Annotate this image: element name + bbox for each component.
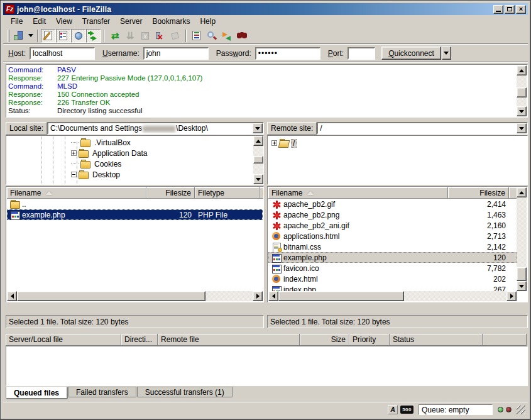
column-header-filetype[interactable]: Filetype xyxy=(195,187,260,199)
cell-filename: apache_pb2_ani.gif xyxy=(268,220,448,231)
file-row[interactable]: example.php120 xyxy=(268,252,517,263)
column-header-status[interactable]: Status xyxy=(390,334,483,346)
host-input[interactable] xyxy=(30,47,95,60)
tree-item-label[interactable]: / xyxy=(291,139,297,148)
toggle-message-log-button[interactable] xyxy=(41,29,56,43)
file-row[interactable]: apache_pb2_ani.gif2,160 xyxy=(268,220,517,231)
menu-item-edit[interactable]: Edit xyxy=(28,16,51,27)
remote-site-combo[interactable]: / xyxy=(317,122,528,135)
disconnect-button[interactable]: × xyxy=(153,29,168,43)
disconnect-icon: × xyxy=(155,30,166,41)
directory-comparison-button[interactable] xyxy=(204,29,219,43)
cell-filesize: 2,713 xyxy=(448,231,509,241)
cell-filesize: 2,414 xyxy=(448,199,509,209)
tree-item-label[interactable]: .VirtualBox xyxy=(92,138,133,147)
compare-icon xyxy=(206,30,217,41)
remote-list-hscrollbar[interactable] xyxy=(268,291,517,301)
column-header-filename[interactable]: Filename xyxy=(268,187,448,199)
column-header-size[interactable]: Size xyxy=(300,334,349,346)
close-icon: × xyxy=(519,6,523,13)
reconnect-icon xyxy=(170,30,181,41)
file-row[interactable]: apache_pb2.gif2,414 xyxy=(268,199,517,209)
log-line-text: 227 Entering Passive Mode (127,0,0,1,6,1… xyxy=(57,74,202,82)
find-files-button[interactable] xyxy=(234,29,249,43)
title-bar[interactable]: Fz john@localhost - FileZilla × xyxy=(3,3,528,15)
tab-failed-transfers[interactable]: Failed transfers xyxy=(68,387,136,397)
filter-button[interactable] xyxy=(189,29,204,43)
menu-item-file[interactable]: File xyxy=(6,16,28,27)
minimize-button[interactable] xyxy=(493,5,503,14)
tree-item-label[interactable]: Application Data xyxy=(90,149,149,158)
find-icon xyxy=(236,30,248,41)
folder-icon xyxy=(279,139,289,148)
file-row[interactable]: example.php120PHP File1 xyxy=(7,209,263,220)
column-header-filesize[interactable]: Filesize xyxy=(448,187,509,199)
cell-filename: example.php xyxy=(268,252,448,263)
column-header-spacer[interactable] xyxy=(483,334,527,346)
username-input[interactable] xyxy=(143,47,209,60)
menu-item-transfer[interactable]: Transfer xyxy=(77,16,115,27)
local-tree-scrollbar[interactable] xyxy=(253,136,263,184)
data-activity-led-green xyxy=(498,407,503,412)
tab-queued-files[interactable]: Queued files xyxy=(6,387,67,399)
filezilla-window: Fz john@localhost - FileZilla × FileEdit… xyxy=(0,0,531,420)
file-row[interactable]: .. xyxy=(7,199,263,209)
resize-grip[interactable] xyxy=(517,406,525,414)
column-header-l[interactable]: L xyxy=(260,187,264,199)
toggle-local-tree-button[interactable] xyxy=(56,29,71,43)
expand-icon[interactable] xyxy=(71,150,77,156)
file-row[interactable]: index.html202 xyxy=(268,274,517,284)
tab-successful-transfers-1-[interactable]: Successful transfers (1) xyxy=(137,387,233,397)
transfer-type-indicator-icon[interactable]: A xyxy=(388,405,398,414)
refresh-button[interactable]: ⇄ xyxy=(107,29,123,43)
local-site-dropdown[interactable] xyxy=(253,123,263,133)
port-input[interactable] xyxy=(348,47,375,60)
password-input[interactable] xyxy=(255,47,320,60)
column-header-priority[interactable]: Priority xyxy=(349,334,390,346)
file-row[interactable]: favicon.ico7,782 xyxy=(268,263,517,274)
sort-ascending-icon xyxy=(46,191,52,195)
menu-item-view[interactable]: View xyxy=(51,16,77,27)
tree-item[interactable]: Application Data xyxy=(71,148,149,158)
tree-item[interactable]: / xyxy=(271,138,297,148)
column-header-filesize[interactable]: Filesize xyxy=(146,187,195,199)
column-header-remote-file[interactable]: Remote file xyxy=(158,334,300,346)
file-row[interactable]: bitnami.css2,142 xyxy=(268,241,517,252)
cell-filetype xyxy=(195,199,260,209)
site-manager-button[interactable] xyxy=(11,29,26,43)
quickconnect-dropdown[interactable] xyxy=(442,47,451,60)
local-site-combo[interactable]: C:\Documents and Settings\Desktop\ xyxy=(47,122,264,135)
column-header-directi-[interactable]: Directi... xyxy=(121,334,158,346)
column-header-filename[interactable]: Filename xyxy=(7,187,146,199)
tree-item[interactable]: .VirtualBox xyxy=(71,137,133,148)
quickconnect-button[interactable]: Quickconnect xyxy=(381,47,441,60)
collapse-icon[interactable] xyxy=(71,172,77,177)
cell-filesize: 120 xyxy=(448,252,509,263)
tree-item-label[interactable]: Desktop xyxy=(90,170,122,179)
menu-item-help[interactable]: Help xyxy=(195,16,221,27)
file-icon-star xyxy=(271,211,282,219)
tree-item-label[interactable]: Cookies xyxy=(92,160,123,169)
menu-item-bookmarks[interactable]: Bookmarks xyxy=(147,16,195,27)
site-manager-dropdown[interactable] xyxy=(26,29,35,43)
toggle-queue-button[interactable] xyxy=(86,29,101,43)
speed-limit-badge[interactable]: 500 xyxy=(400,406,413,414)
maximize-button[interactable] xyxy=(505,5,515,14)
queue-header: Server/Local fileDirecti...Remote fileSi… xyxy=(6,334,528,346)
tree-item[interactable]: Desktop xyxy=(71,169,122,180)
remote-site-dropdown[interactable] xyxy=(517,123,527,133)
menu-item-server[interactable]: Server xyxy=(115,16,147,27)
log-scrollbar[interactable] xyxy=(517,65,527,116)
file-row[interactable]: apache_pb2.png1,463 xyxy=(268,209,517,220)
tree-item[interactable]: Cookies xyxy=(71,158,123,169)
remote-list-vscrollbar[interactable] xyxy=(517,187,527,291)
file-row[interactable]: applications.html2,713 xyxy=(268,231,517,241)
toggle-remote-tree-button[interactable] xyxy=(71,29,86,43)
expand-icon[interactable] xyxy=(271,140,277,146)
close-button[interactable]: × xyxy=(516,5,526,14)
data-activity-led-red xyxy=(506,407,512,412)
log-line-type: Response: xyxy=(8,99,57,107)
local-list-hscrollbar[interactable] xyxy=(7,291,263,301)
synchronized-browsing-button[interactable] xyxy=(219,29,234,43)
column-header-server-local-file[interactable]: Server/Local file xyxy=(6,334,121,346)
